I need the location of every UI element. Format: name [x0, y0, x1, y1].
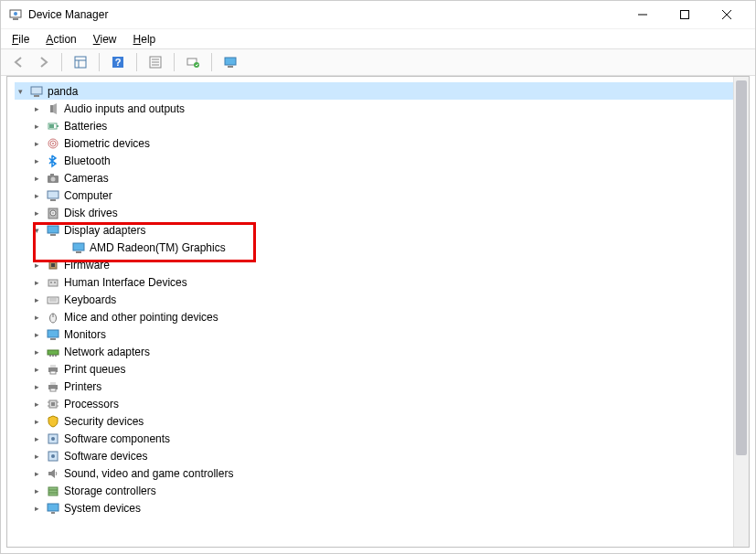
expander-icon[interactable]: ▸	[31, 277, 42, 288]
tree-category-print-queues[interactable]: ▸Print queues	[15, 360, 747, 378]
mouse-icon	[46, 310, 60, 325]
expander-icon[interactable]: ▸	[31, 208, 42, 218]
svg-rect-25	[49, 124, 54, 128]
tree-category-label: System devices	[64, 502, 141, 515]
expander-icon[interactable]: ▸	[31, 468, 42, 479]
tree-category-processors[interactable]: ▸Processors	[15, 395, 747, 412]
menu-file[interactable]: File	[6, 31, 35, 48]
expander-icon[interactable]: ▸	[31, 485, 42, 496]
tree-category-disk-drives[interactable]: ▸Disk drives	[15, 204, 747, 221]
tree-category-printers[interactable]: ▸Printers	[15, 378, 747, 395]
svg-rect-58	[50, 365, 56, 368]
expander-icon[interactable]: ▸	[31, 364, 42, 375]
svg-rect-52	[50, 338, 56, 340]
svg-rect-31	[50, 174, 54, 176]
svg-point-44	[50, 282, 52, 283]
menu-view[interactable]: View	[88, 31, 122, 48]
tree-category-computer[interactable]: ▸Computer	[15, 186, 747, 204]
tree-category-label: Cameras	[64, 172, 109, 185]
tree-category-label: Display adapters	[64, 224, 145, 237]
svg-rect-55	[52, 355, 54, 357]
tree-category-network-adapters[interactable]: ▸Network adapters	[15, 343, 747, 360]
tree-category-sound-video-and-game-controllers[interactable]: ▸Sound, video and game controllers	[15, 464, 747, 482]
tree-category-mice-and-other-pointing-devices[interactable]: ▸Mice and other pointing devices	[15, 308, 747, 325]
expander-icon[interactable]: ▸	[31, 260, 42, 271]
svg-rect-62	[50, 389, 56, 391]
maximize-button[interactable]	[664, 1, 706, 28]
tree-category-label: Audio inputs and outputs	[64, 102, 185, 115]
expander-placeholder	[57, 242, 68, 253]
tree-category-label: Processors	[64, 398, 119, 410]
svg-point-2	[14, 12, 17, 16]
printer-icon	[46, 379, 60, 394]
tree-category-human-interface-devices[interactable]: ▸Human Interface Devices	[15, 273, 747, 291]
expander-icon[interactable]: ▸	[31, 451, 42, 462]
tree-category-biometric-devices[interactable]: ▸Biometric devices	[15, 134, 747, 152]
scrollbar-thumb[interactable]	[736, 80, 747, 455]
scrollbar-track[interactable]	[733, 77, 749, 547]
expander-icon[interactable]: ▸	[31, 294, 42, 305]
tree-device-amd-radeon-tm-graphics[interactable]: AMD Radeon(TM) Graphics	[15, 239, 747, 256]
tree-scroll[interactable]: ▾panda▸Audio inputs and outputs▸Batterie…	[7, 77, 749, 547]
tree-root-label: panda	[48, 85, 78, 98]
tree-category-cameras[interactable]: ▸Cameras	[15, 169, 747, 186]
svg-rect-7	[75, 57, 86, 68]
svg-rect-53	[48, 350, 59, 355]
expander-icon[interactable]: ▸	[31, 103, 42, 114]
scan-hardware-button[interactable]	[182, 51, 204, 73]
tree-category-audio-inputs-and-outputs[interactable]: ▸Audio inputs and outputs	[15, 100, 747, 117]
expander-icon[interactable]: ▸	[31, 138, 42, 149]
tree-category-display-adapters[interactable]: ▾Display adapters	[15, 221, 747, 239]
properties-button[interactable]	[144, 51, 166, 73]
keyboard-icon	[46, 293, 60, 307]
tree-category-batteries[interactable]: ▸Batteries	[15, 117, 747, 134]
menu-action[interactable]: Action	[40, 31, 81, 48]
expander-icon[interactable]: ▾	[15, 86, 26, 97]
tree-category-monitors[interactable]: ▸Monitors	[15, 325, 747, 343]
tree-category-label: Security devices	[64, 415, 144, 428]
system-icon	[46, 501, 60, 516]
expander-icon[interactable]: ▸	[31, 503, 42, 514]
svg-point-17	[194, 62, 199, 68]
svg-rect-22	[50, 105, 53, 112]
tree-root[interactable]: ▾panda	[15, 82, 747, 100]
tree-category-bluetooth[interactable]: ▸Bluetooth	[15, 152, 747, 169]
tree-category-software-devices[interactable]: ▸Software devices	[15, 447, 747, 464]
expander-icon[interactable]: ▸	[31, 155, 42, 166]
expander-icon[interactable]: ▸	[31, 399, 42, 410]
expander-icon[interactable]: ▸	[31, 173, 42, 184]
menu-help[interactable]: Help	[128, 31, 162, 48]
tree-category-software-components[interactable]: ▸Software components	[15, 430, 747, 447]
devices-printers-button[interactable]	[219, 51, 241, 73]
minimize-button[interactable]	[622, 1, 664, 28]
show-hide-tree-button[interactable]	[69, 51, 91, 73]
disk-icon	[46, 206, 60, 220]
tree-category-label: Storage controllers	[64, 485, 156, 497]
expander-icon[interactable]: ▸	[31, 433, 42, 444]
storage-icon	[46, 484, 60, 498]
expander-icon[interactable]: ▸	[31, 121, 42, 132]
tree-category-label: Printers	[64, 380, 101, 393]
software-icon	[46, 431, 60, 446]
close-button[interactable]	[706, 1, 748, 28]
back-button[interactable]	[8, 51, 30, 73]
svg-point-45	[54, 282, 56, 283]
tree-category-firmware[interactable]: ▸Firmware	[15, 256, 747, 273]
expander-icon[interactable]: ▸	[31, 190, 42, 201]
expander-icon[interactable]: ▸	[31, 329, 42, 340]
tree-category-label: Sound, video and game controllers	[64, 467, 233, 480]
svg-rect-24	[57, 125, 59, 127]
expander-icon[interactable]: ▾	[31, 225, 42, 236]
expander-icon[interactable]: ▸	[31, 416, 42, 427]
tree-category-keyboards[interactable]: ▸Keyboards	[15, 291, 747, 308]
tree-category-storage-controllers[interactable]: ▸Storage controllers	[15, 482, 747, 499]
forward-button[interactable]	[32, 51, 54, 73]
expander-icon[interactable]: ▸	[31, 312, 42, 323]
tree-category-system-devices[interactable]: ▸System devices	[15, 499, 747, 517]
svg-point-72	[51, 454, 55, 458]
help-button[interactable]: ?	[107, 51, 129, 73]
svg-rect-4	[681, 11, 689, 19]
expander-icon[interactable]: ▸	[31, 381, 42, 392]
tree-category-security-devices[interactable]: ▸Security devices	[15, 412, 747, 430]
expander-icon[interactable]: ▸	[31, 346, 42, 357]
